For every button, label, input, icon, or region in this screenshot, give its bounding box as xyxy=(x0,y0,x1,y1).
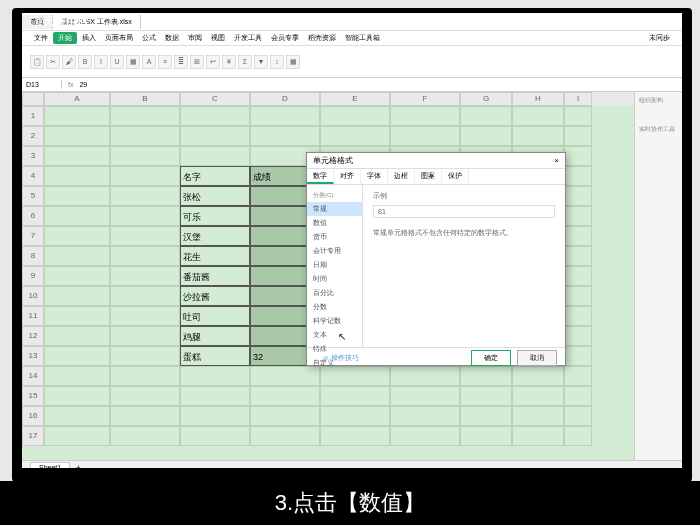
cell-C6[interactable]: 可乐 xyxy=(180,206,250,226)
cell-G15[interactable] xyxy=(460,386,512,406)
cell-I5[interactable] xyxy=(564,186,592,206)
col-head-F[interactable]: F xyxy=(390,92,460,106)
menu-dev[interactable]: 开发工具 xyxy=(230,32,266,44)
cell-B2[interactable] xyxy=(110,126,180,146)
merge-icon[interactable]: ⊞ xyxy=(190,55,204,69)
cell-F17[interactable] xyxy=(390,426,460,446)
cell-I10[interactable] xyxy=(564,286,592,306)
dialog-tab-1[interactable]: 对齐 xyxy=(334,169,361,184)
category-item-0[interactable]: 常规 xyxy=(307,202,362,216)
cell-C1[interactable] xyxy=(180,106,250,126)
cell-E2[interactable] xyxy=(320,126,390,146)
dialog-tab-0[interactable]: 数字 xyxy=(307,169,334,184)
cell-B15[interactable] xyxy=(110,386,180,406)
table-icon[interactable]: ▦ xyxy=(286,55,300,69)
cell-B11[interactable] xyxy=(110,306,180,326)
dialog-tab-3[interactable]: 边框 xyxy=(388,169,415,184)
cell-B14[interactable] xyxy=(110,366,180,386)
col-head-D[interactable]: D xyxy=(250,92,320,106)
cell-C13[interactable]: 蛋糕 xyxy=(180,346,250,366)
menu-member[interactable]: 会员专享 xyxy=(267,32,303,44)
row-head-16[interactable]: 16 xyxy=(22,406,44,426)
close-icon[interactable]: × xyxy=(554,156,559,165)
menu-ai[interactable]: 智能工具箱 xyxy=(341,32,384,44)
cell-H2[interactable] xyxy=(512,126,564,146)
cell-B9[interactable] xyxy=(110,266,180,286)
cell-D16[interactable] xyxy=(250,406,320,426)
menu-view[interactable]: 视图 xyxy=(207,32,229,44)
formula-input[interactable]: 29 xyxy=(79,81,87,88)
name-box[interactable]: D13 xyxy=(22,80,62,89)
bold-icon[interactable]: B xyxy=(78,55,92,69)
fill-color-icon[interactable]: ▦ xyxy=(126,55,140,69)
cell-C4[interactable]: 名字 xyxy=(180,166,250,186)
cell-I16[interactable] xyxy=(564,406,592,426)
cancel-button[interactable]: 取消 xyxy=(517,350,557,366)
col-head-A[interactable]: A xyxy=(44,92,110,106)
cell-I2[interactable] xyxy=(564,126,592,146)
col-head-G[interactable]: G xyxy=(460,92,512,106)
cell-G1[interactable] xyxy=(460,106,512,126)
cell-C7[interactable]: 汉堡 xyxy=(180,226,250,246)
cell-I6[interactable] xyxy=(564,206,592,226)
category-item-4[interactable]: 日期 xyxy=(307,258,362,272)
cell-F1[interactable] xyxy=(390,106,460,126)
cell-B4[interactable] xyxy=(110,166,180,186)
row-head-6[interactable]: 6 xyxy=(22,206,44,226)
cell-I17[interactable] xyxy=(564,426,592,446)
cell-B6[interactable] xyxy=(110,206,180,226)
cell-A8[interactable] xyxy=(44,246,110,266)
align-left-icon[interactable]: ≡ xyxy=(158,55,172,69)
cell-A1[interactable] xyxy=(44,106,110,126)
category-item-6[interactable]: 百分比 xyxy=(307,286,362,300)
cell-A10[interactable] xyxy=(44,286,110,306)
cell-C14[interactable] xyxy=(180,366,250,386)
sort-icon[interactable]: ↕ xyxy=(270,55,284,69)
cell-D17[interactable] xyxy=(250,426,320,446)
row-head-9[interactable]: 9 xyxy=(22,266,44,286)
category-item-9[interactable]: 文本 xyxy=(307,328,362,342)
cell-I4[interactable] xyxy=(564,166,592,186)
cell-D1[interactable] xyxy=(250,106,320,126)
menu-formula[interactable]: 公式 xyxy=(138,32,160,44)
menu-review[interactable]: 审阅 xyxy=(184,32,206,44)
cell-F15[interactable] xyxy=(390,386,460,406)
cell-A11[interactable] xyxy=(44,306,110,326)
menu-insert[interactable]: 插入 xyxy=(78,32,100,44)
row-head-10[interactable]: 10 xyxy=(22,286,44,306)
row-head-13[interactable]: 13 xyxy=(22,346,44,366)
format-painter-icon[interactable]: 🖌 xyxy=(62,55,76,69)
sum-icon[interactable]: Σ xyxy=(238,55,252,69)
category-item-1[interactable]: 数值 xyxy=(307,216,362,230)
cell-I3[interactable] xyxy=(564,146,592,166)
cell-B3[interactable] xyxy=(110,146,180,166)
ok-button[interactable]: 确定 xyxy=(471,350,511,366)
cell-I8[interactable] xyxy=(564,246,592,266)
cell-C11[interactable]: 吐司 xyxy=(180,306,250,326)
cell-A13[interactable] xyxy=(44,346,110,366)
category-item-3[interactable]: 会计专用 xyxy=(307,244,362,258)
cell-I12[interactable] xyxy=(564,326,592,346)
cell-H14[interactable] xyxy=(512,366,564,386)
dialog-tab-5[interactable]: 保护 xyxy=(442,169,469,184)
cell-C9[interactable]: 番茄酱 xyxy=(180,266,250,286)
align-center-icon[interactable]: ≣ xyxy=(174,55,188,69)
cell-E16[interactable] xyxy=(320,406,390,426)
cell-E15[interactable] xyxy=(320,386,390,406)
cell-I14[interactable] xyxy=(564,366,592,386)
cell-A14[interactable] xyxy=(44,366,110,386)
cell-A16[interactable] xyxy=(44,406,110,426)
dialog-tab-4[interactable]: 图案 xyxy=(415,169,442,184)
row-head-11[interactable]: 11 xyxy=(22,306,44,326)
cell-G16[interactable] xyxy=(460,406,512,426)
menu-begin[interactable]: 开始 xyxy=(53,32,77,44)
cell-C17[interactable] xyxy=(180,426,250,446)
menu-layout[interactable]: 页面布局 xyxy=(101,32,137,44)
cell-I11[interactable] xyxy=(564,306,592,326)
cell-A6[interactable] xyxy=(44,206,110,226)
menu-data[interactable]: 数据 xyxy=(161,32,183,44)
cell-A15[interactable] xyxy=(44,386,110,406)
cell-B16[interactable] xyxy=(110,406,180,426)
paste-icon[interactable]: 📋 xyxy=(30,55,44,69)
cell-A12[interactable] xyxy=(44,326,110,346)
